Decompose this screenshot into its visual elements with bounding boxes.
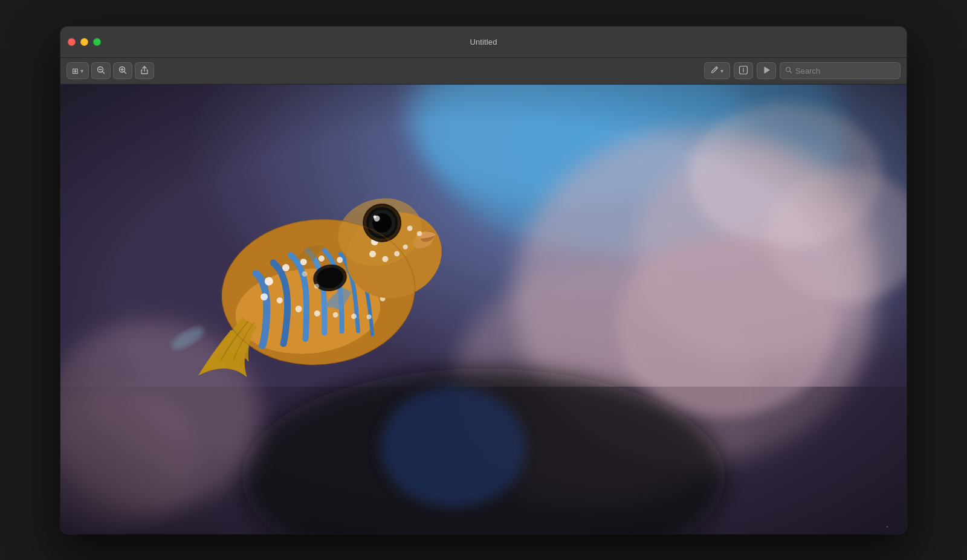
toolbar: ⊞ ▾ xyxy=(60,58,907,85)
info-button[interactable] xyxy=(734,62,753,79)
svg-text:▪: ▪ xyxy=(886,523,888,530)
pen-chevron-icon: ▾ xyxy=(720,68,723,74)
zoom-out-icon xyxy=(97,66,105,76)
view-icon: ⊞ xyxy=(72,66,79,76)
maximize-button[interactable] xyxy=(93,38,101,46)
minimize-button[interactable] xyxy=(80,38,88,46)
svg-rect-75 xyxy=(60,85,907,534)
chevron-down-icon: ▾ xyxy=(80,68,83,74)
zoom-in-icon xyxy=(118,66,127,76)
close-button[interactable] xyxy=(68,38,76,46)
pen-icon xyxy=(711,66,719,76)
zoom-out-button[interactable] xyxy=(91,62,111,79)
svg-line-7 xyxy=(716,68,717,69)
annotate-button[interactable]: ▾ xyxy=(704,62,730,79)
image-area: ▪ xyxy=(60,85,907,534)
traffic-lights xyxy=(68,38,101,46)
share-button[interactable] xyxy=(135,62,154,79)
toolbar-left: ⊞ ▾ xyxy=(66,62,700,79)
search-icon xyxy=(785,66,792,76)
svg-line-12 xyxy=(790,71,792,72)
slideshow-button[interactable] xyxy=(757,62,776,79)
search-input[interactable] xyxy=(795,66,895,76)
titlebar: Untitled xyxy=(60,27,907,58)
fish-photo: ▪ xyxy=(60,85,907,534)
slideshow-icon xyxy=(762,65,771,77)
svg-line-1 xyxy=(102,71,104,73)
window-title: Untitled xyxy=(470,37,497,47)
zoom-in-button[interactable] xyxy=(113,62,132,79)
info-icon xyxy=(739,65,748,77)
toolbar-right: ▾ xyxy=(704,62,901,79)
svg-line-4 xyxy=(124,71,126,73)
main-window: Untitled ⊞ ▾ xyxy=(60,27,907,534)
search-box[interactable] xyxy=(780,62,901,79)
share-icon xyxy=(140,66,149,76)
view-toggle-button[interactable]: ⊞ ▾ xyxy=(66,62,89,79)
